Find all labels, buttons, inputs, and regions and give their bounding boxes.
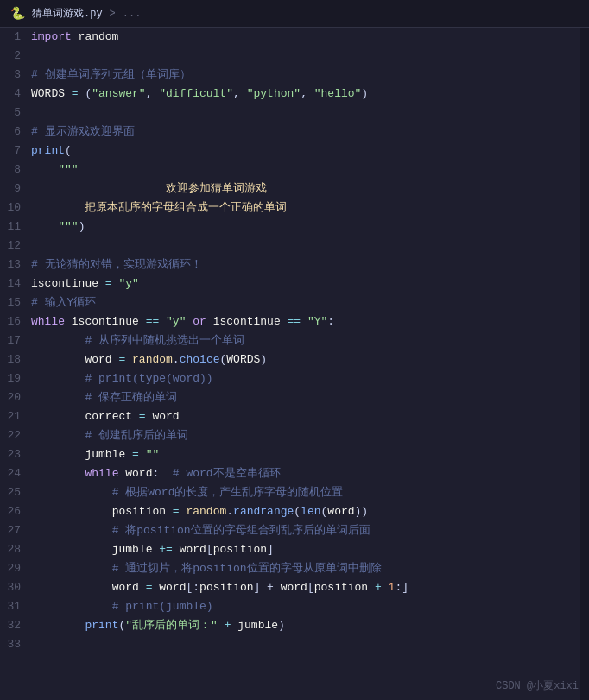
- cm-token: # 从序列中随机挑选出一个单词: [85, 334, 244, 347]
- punc-token: ]: [267, 543, 274, 556]
- cm-token: # print(type(word)): [85, 372, 212, 385]
- cm-token: # 通过切片，将position位置的字母从原单词中删除: [112, 562, 382, 575]
- op-token: =: [125, 448, 145, 461]
- code-line: # 创建单词序列元组（单词库）: [31, 66, 580, 85]
- op-token: =: [112, 353, 132, 366]
- var-token: word: [85, 353, 111, 366]
- cm-token: # 无论猜的对错，实现游戏循环！: [31, 258, 202, 271]
- indent2-token: [31, 619, 85, 632]
- line-number: 8: [0, 161, 31, 180]
- var-token: jumble: [238, 619, 278, 632]
- tri-str-token: """: [58, 220, 78, 233]
- op-token: ==: [288, 315, 301, 328]
- kw-token: while: [85, 467, 118, 480]
- table-row: 5: [0, 104, 580, 123]
- line-number: 9: [0, 180, 31, 199]
- table-row: 27 # 将position位置的字母组合到乱序后的单词后面: [0, 521, 580, 540]
- var-token: word: [180, 543, 206, 556]
- mt-token: randrange: [233, 505, 294, 518]
- table-row: 28 jumble += word[position]: [0, 540, 580, 559]
- indent2-token: [31, 201, 85, 214]
- code-line: # 通过切片，将position位置的字母从原单词中删除: [31, 559, 580, 578]
- cm-token: # 将position位置的字母组合到乱序后的单词后面: [112, 524, 370, 537]
- file-icon: 🐍: [10, 6, 25, 21]
- table-row: 8 """: [0, 161, 580, 180]
- table-row: 10 把原本乱序的字母组合成一个正确的单词: [0, 199, 580, 218]
- title-bar: 🐍 猜单词游戏.py > ...: [0, 0, 589, 28]
- code-line: jumble += word[position]: [31, 540, 580, 559]
- code-line: word = word[:position] + word[position +…: [31, 578, 580, 597]
- line-number: 25: [0, 483, 31, 502]
- var-token: iscontinue: [65, 315, 146, 328]
- punc-token: [: [307, 581, 314, 594]
- punc-token: ): [260, 353, 267, 366]
- line-number: 4: [0, 85, 31, 104]
- code-line: iscontinue = "y": [31, 274, 580, 293]
- code-line: print(: [31, 142, 580, 161]
- line-number: 23: [0, 445, 31, 464]
- code-line: while word: # word不是空串循环: [31, 464, 580, 483]
- line-number: 26: [0, 502, 31, 521]
- cm-token: # 输入Y循环: [31, 296, 96, 309]
- var-token: correct: [85, 410, 132, 423]
- indent1-token: [31, 163, 58, 176]
- code-line: 欢迎参加猜单词游戏: [31, 180, 580, 199]
- punc-token: [:: [186, 581, 200, 594]
- code-line: # 显示游戏欢迎界面: [31, 123, 580, 142]
- line-number: 6: [0, 123, 31, 142]
- code-line: WORDS = ("answer", "difficult", "python"…: [31, 85, 580, 104]
- mt-token: choice: [180, 353, 220, 366]
- indent3-token: [31, 600, 112, 613]
- indent2-token: [31, 467, 85, 480]
- tri-str-content-token: 欢迎参加猜单词游戏: [166, 182, 267, 195]
- var-token: word: [327, 505, 354, 518]
- code-line: """): [31, 218, 580, 236]
- path-separator: >: [110, 8, 116, 20]
- line-number: 24: [0, 464, 31, 483]
- indent3-token: [31, 486, 112, 499]
- cm-token: # 显示游戏欢迎界面: [31, 125, 135, 138]
- fn-token: print: [31, 144, 65, 157]
- indent1-token: [31, 220, 58, 233]
- line-number: 12: [0, 236, 31, 255]
- lines-container: 1import random2 3# 创建单词序列元组（单词库）4WORDS =…: [0, 28, 580, 654]
- punc-token: .: [173, 353, 180, 366]
- line-number: 20: [0, 388, 31, 407]
- table-row: 14iscontinue = "y": [0, 274, 580, 293]
- line-number: 27: [0, 521, 31, 540]
- line-number: 30: [0, 578, 31, 597]
- indent3-token: [31, 543, 112, 556]
- punc-token: ): [278, 619, 285, 632]
- line-number: 33: [0, 635, 31, 654]
- var-token: iscontinue: [206, 315, 288, 328]
- var-token: position: [213, 543, 267, 556]
- code-line: [31, 47, 580, 66]
- table-row: 16while iscontinue == "y" or iscontinue …: [0, 312, 580, 331]
- line-number: 32: [0, 616, 31, 635]
- code-line: # 输入Y循环: [31, 293, 580, 312]
- table-row: 2: [0, 47, 580, 66]
- var-token: word: [112, 581, 139, 594]
- var-token: position: [112, 505, 166, 518]
- punc-token: (: [65, 144, 72, 157]
- table-row: 33: [0, 635, 580, 654]
- code-line: # print(type(word)): [31, 369, 580, 388]
- punc-token: )): [355, 505, 369, 518]
- op-token: =: [98, 277, 118, 290]
- line-number: 11: [0, 218, 31, 236]
- str-token: "answer": [92, 87, 145, 100]
- table-row: 11 """): [0, 218, 580, 236]
- cm-token: # word不是空串循环: [173, 467, 281, 480]
- indent2-token: [31, 429, 85, 442]
- indent2-token: [31, 353, 85, 366]
- punc-token: ): [361, 87, 368, 100]
- table-row: 32 print("乱序后的单词：" + jumble): [0, 616, 580, 635]
- op-token: ==: [146, 315, 160, 328]
- code-line: 把原本乱序的字母组合成一个正确的单词: [31, 199, 580, 218]
- str-token: "y": [159, 315, 193, 328]
- line-number: 19: [0, 369, 31, 388]
- line-number: 3: [0, 66, 31, 85]
- table-row: 21 correct = word: [0, 407, 580, 426]
- scrollbar[interactable]: [580, 28, 589, 700]
- table-row: 30 word = word[:position] + word[positio…: [0, 578, 580, 597]
